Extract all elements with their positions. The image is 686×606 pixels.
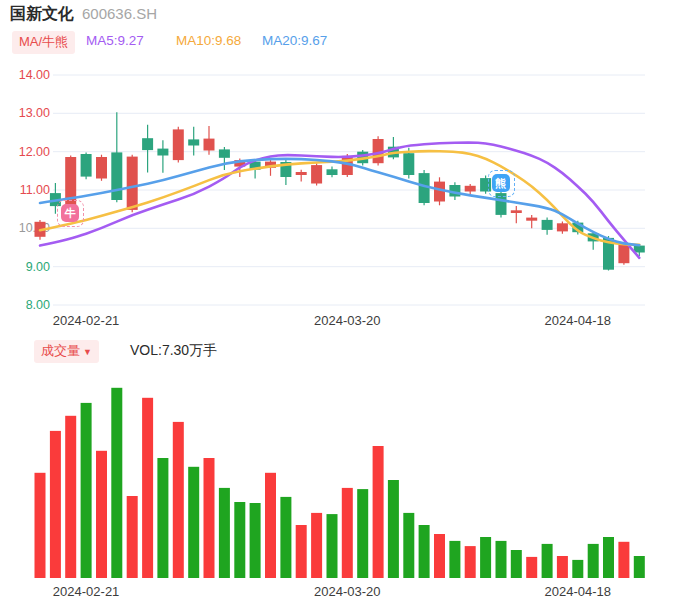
candle[interactable] [403,153,414,175]
candle[interactable] [204,139,215,151]
volume-bar[interactable] [204,458,215,578]
volume-indicator-label: 成交量 [41,343,80,358]
candle[interactable] [142,138,153,150]
volume-bar[interactable] [173,422,184,578]
volume-bar[interactable] [142,398,153,578]
candle[interactable] [465,186,476,192]
volume-bar[interactable] [388,480,399,578]
volume-bar[interactable] [234,502,245,578]
volume-bar[interactable] [419,525,430,578]
dropdown-arrow-icon: ▼ [83,347,92,357]
candle[interactable] [188,139,199,145]
volume-bar[interactable] [188,467,199,578]
volume-bar[interactable] [449,541,460,578]
volume-bar[interactable] [280,497,291,578]
volume-bar[interactable] [265,473,276,578]
volume-bar[interactable] [96,451,107,578]
volume-bar[interactable] [357,489,368,578]
volume-bar[interactable] [403,513,414,578]
ma10-readout: MA10:9.68 [176,33,241,48]
volume-bar[interactable] [465,546,476,578]
volume-bar[interactable] [342,488,353,578]
candle[interactable] [327,169,338,175]
bear-icon: 熊 [492,174,510,192]
volume-bar[interactable] [618,542,629,578]
volume-bar[interactable] [496,541,507,578]
ma5-readout: MA5:9.27 [86,33,144,48]
candle[interactable] [557,223,568,231]
candle[interactable] [111,152,122,200]
bull-signal-marker[interactable]: 牛 [57,200,84,227]
volume-bar[interactable] [127,496,138,578]
volume-bar[interactable] [588,544,599,578]
candle[interactable] [296,172,307,175]
bear-signal-marker[interactable]: 熊 [488,170,515,197]
bull-icon: 牛 [61,204,79,222]
candle[interactable] [219,149,230,157]
volume-bar[interactable] [434,534,445,578]
candle[interactable] [542,220,553,230]
volume-bar[interactable] [250,503,261,578]
volume-bar[interactable] [311,513,322,578]
header: 国新文化600636.SH [10,4,157,25]
candle[interactable] [618,245,629,263]
volume-bar[interactable] [327,514,338,578]
volume-bar[interactable] [35,473,46,578]
candle[interactable] [311,165,322,183]
candle[interactable] [157,149,168,156]
stock-name: 国新文化 [10,5,74,22]
volume-bar[interactable] [557,556,568,578]
candle[interactable] [127,157,138,210]
stock-chart-app: 14.0013.0012.0011.0010.009.008.002024-02… [0,0,686,606]
volume-bar[interactable] [572,560,583,578]
volume-readout: VOL:7.30万手 [130,342,217,360]
volume-bar[interactable] [511,550,522,578]
volume-bar[interactable] [50,431,61,578]
volume-bar[interactable] [157,458,168,578]
candle[interactable] [96,157,107,179]
volume-bar[interactable] [65,416,76,578]
volume-bar[interactable] [603,537,614,578]
volume-indicator-selector[interactable]: 成交量▼ [34,340,99,363]
volume-bar[interactable] [373,446,384,578]
chart-canvas[interactable] [0,0,686,606]
candle[interactable] [526,218,537,221]
ma20-readout: MA20:9.67 [262,33,327,48]
volume-bar[interactable] [296,525,307,578]
volume-bar[interactable] [526,557,537,578]
candle[interactable] [511,210,522,213]
candle[interactable] [173,129,184,160]
volume-bar[interactable] [111,388,122,578]
ma-bullbear-selector[interactable]: MA/牛熊 [12,31,75,54]
volume-bar[interactable] [81,403,92,578]
volume-bar[interactable] [634,556,645,578]
candle[interactable] [81,154,92,177]
volume-bar[interactable] [542,544,553,578]
volume-bar[interactable] [219,488,230,578]
volume-bar[interactable] [480,537,491,578]
stock-code: 600636.SH [82,5,157,22]
